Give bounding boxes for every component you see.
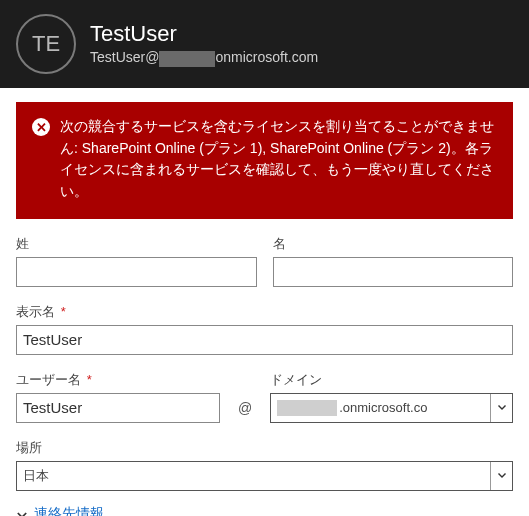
avatar-initials: TE — [32, 31, 60, 57]
display-name-label: 表示名 * — [16, 303, 513, 321]
contact-info-link[interactable]: 連絡先情報 — [34, 505, 104, 516]
required-mark: * — [61, 304, 66, 319]
user-meta: TestUser TestUser@xxxxxxxxonmicrosoft.co… — [90, 21, 318, 66]
error-icon: ✕ — [32, 118, 50, 136]
display-name-label-text: 表示名 — [16, 304, 55, 319]
user-name-label-text: ユーザー名 — [16, 372, 81, 387]
error-message: 次の競合するサービスを含むライセンスを割り当てることができません: ShareP… — [60, 116, 497, 203]
required-mark: * — [87, 372, 92, 387]
display-name-input[interactable] — [16, 325, 513, 355]
email-prefix: TestUser@ — [90, 49, 159, 65]
email-redacted: xxxxxxxx — [159, 51, 215, 67]
at-symbol: @ — [236, 393, 254, 423]
last-name-input[interactable] — [16, 257, 257, 287]
first-name-label: 名 — [273, 235, 514, 253]
chevron-down-icon — [490, 394, 512, 422]
email-suffix: onmicrosoft.com — [215, 49, 318, 65]
domain-suffix-text: .onmicrosoft.co — [339, 400, 427, 415]
location-select[interactable]: 日本 — [16, 461, 513, 491]
page-header: TE TestUser TestUser@xxxxxxxxonmicrosoft… — [0, 0, 529, 88]
domain-select-value: .onmicrosoft.co — [271, 400, 490, 416]
user-display-name: TestUser — [90, 21, 318, 47]
location-select-value: 日本 — [17, 467, 490, 485]
user-name-input[interactable] — [16, 393, 220, 423]
location-label: 場所 — [16, 439, 513, 457]
last-name-label: 姓 — [16, 235, 257, 253]
contact-info-row[interactable]: 連絡先情報 — [16, 505, 513, 516]
error-alert: ✕ 次の競合するサービスを含むライセンスを割り当てることができません: Shar… — [16, 102, 513, 219]
user-email: TestUser@xxxxxxxxonmicrosoft.com — [90, 49, 318, 66]
chevron-down-icon — [16, 508, 28, 516]
domain-select[interactable]: .onmicrosoft.co — [270, 393, 513, 423]
avatar: TE — [16, 14, 76, 74]
first-name-input[interactable] — [273, 257, 514, 287]
content: ✕ 次の競合するサービスを含むライセンスを割り当てることができません: Shar… — [0, 88, 529, 516]
domain-redacted — [277, 400, 337, 416]
chevron-down-icon — [490, 462, 512, 490]
user-name-label: ユーザー名 * — [16, 371, 220, 389]
domain-label: ドメイン — [270, 371, 513, 389]
